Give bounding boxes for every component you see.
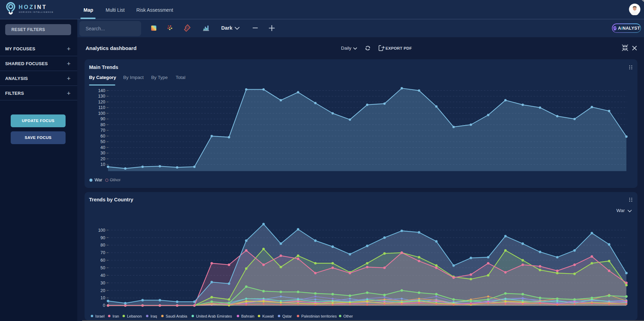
svg-text:90: 90 [100,235,105,240]
svg-text:50: 50 [100,265,105,270]
svg-text:0: 0 [103,303,105,308]
svg-text:70: 70 [100,250,105,255]
svg-text:100: 100 [98,228,105,233]
svg-text:80: 80 [100,243,105,248]
svg-text:40: 40 [100,273,105,278]
svg-text:30: 30 [100,281,105,285]
svg-text:60: 60 [100,258,105,263]
svg-text:20: 20 [100,288,105,293]
svg-text:10: 10 [100,295,105,300]
